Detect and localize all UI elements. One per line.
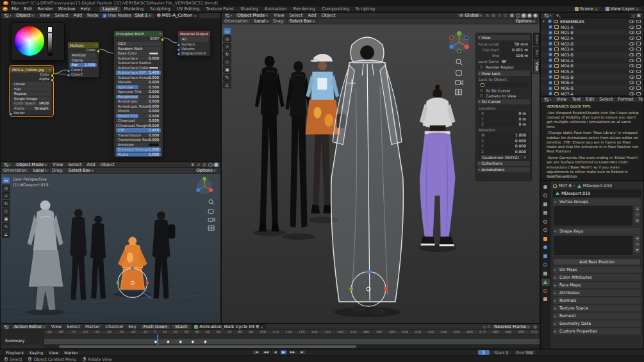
move-tool-icon[interactable]: + [223, 43, 231, 50]
secondary-viewport-canvas[interactable]: ▭◎+↻◇▣✎∠ User Perspective (1) MDexport.0… [1, 174, 220, 323]
hide-eye-icon[interactable] [629, 37, 634, 40]
timeline-area[interactable]: -90-80-70-60-50-40-30-20-100102030405060… [44, 330, 540, 349]
scene-selector[interactable]: Scene× [572, 6, 600, 12]
texture-properties-tab[interactable] [541, 296, 550, 303]
start-frame-field[interactable]: Start1 [491, 350, 511, 355]
panel-uv-maps[interactable]: ▸UV Maps [553, 267, 641, 273]
viewport-display-icon[interactable] [636, 37, 641, 40]
viewport-display-icon[interactable] [636, 86, 641, 90]
viewport-menu-object[interactable]: Object [98, 162, 117, 168]
viewport-display-icon[interactable] [636, 47, 641, 51]
text-menu-text[interactable]: Text [569, 97, 583, 103]
scene-properties-tab[interactable] [541, 218, 550, 225]
image-node-prop-color-space[interactable]: Color SpacesRGB [12, 101, 51, 106]
shader-menu-add[interactable]: Add [71, 13, 85, 19]
bsdf-emission[interactable]: Emission [116, 143, 161, 147]
bsdf-emission-strength[interactable]: Emission Strength1.000 [116, 147, 161, 152]
outliner-item-m03-b[interactable]: ✓M03-B [541, 52, 643, 58]
selectable-checkbox-icon[interactable]: ✓ [549, 42, 552, 45]
viewport-menu-select[interactable]: Select [287, 13, 306, 19]
transform-tool-icon[interactable]: ▣ [223, 66, 231, 73]
shader-menu-view[interactable]: View [37, 13, 53, 19]
output-node-header[interactable]: Material Output▾ [178, 31, 210, 37]
selectable-checkbox-icon[interactable]: ✓ [549, 75, 552, 79]
output-socket-color[interactable]: Color [68, 48, 99, 53]
viewport-display-icon[interactable] [636, 31, 641, 35]
panel-view-lock[interactable]: ▾View Lock [477, 70, 530, 76]
selectable-checkbox-icon[interactable]: ✓ [549, 58, 552, 62]
viewport-display-icon[interactable] [636, 42, 641, 45]
subsurface-color-swatch[interactable] [149, 67, 159, 70]
workspace-tab-sculpting[interactable]: Sculpting [147, 6, 174, 12]
output-properties-tab[interactable] [541, 201, 550, 208]
hide-eye-icon[interactable] [629, 31, 634, 34]
add-item-button[interactable]: + [634, 236, 640, 241]
bsdf-node-header[interactable]: Principled BSDF▾ [114, 31, 163, 37]
outliner-item-m03-a[interactable]: ✓M03-A [541, 46, 643, 52]
editor-type-button[interactable]: ▾ [543, 97, 552, 102]
transport-button-item[interactable]: |◀ [252, 350, 260, 355]
editor-type-button[interactable]: ▾ [3, 13, 12, 18]
snap-magnet-icon[interactable]: ∩ [485, 13, 490, 18]
color-value-slider[interactable] [47, 26, 53, 56]
cursor-rotation-x[interactable]: X0.000 [479, 138, 528, 144]
editor-type-button[interactable]: ▾ [543, 13, 552, 18]
panel-remesh[interactable]: ▸Remesh [553, 313, 641, 319]
viewport-menu-view[interactable]: View [50, 162, 65, 168]
rendered-shading-icon[interactable] [533, 13, 538, 18]
material-output-node[interactable]: Material Output▾ All SurfaceVolumeDispla… [178, 30, 211, 56]
outliner-collection-ensembles[interactable]: ▾ ✓ ENSEMBLES [541, 19, 643, 24]
viewport-display-icon[interactable] [636, 20, 641, 24]
cursor-location-z[interactable]: Z0 m [479, 122, 528, 127]
panel-face-maps[interactable]: ▸Face Maps [553, 282, 641, 288]
shader-menu-node[interactable]: Node [85, 13, 101, 19]
workspace-tab-uv-editing[interactable]: UV Editing [174, 6, 202, 12]
viewport-display-icon[interactable] [636, 70, 641, 74]
remove-item-button[interactable]: − [634, 212, 640, 217]
panel-view[interactable]: ▾View [477, 35, 530, 41]
outliner-item-m06-b[interactable]: ✓M06-B [541, 85, 643, 91]
selectable-checkbox-icon[interactable]: ✓ [549, 92, 552, 95]
transport-button-item[interactable]: ▶▶ [288, 350, 297, 355]
material-slot-dropdown[interactable]: Slot 1▾ [133, 13, 153, 18]
viewport-display-icon[interactable] [636, 25, 641, 29]
bsdf-enum-field-random-walk[interactable]: Random Walk [116, 47, 161, 51]
cursor-rotation-z[interactable]: Z0.000 [479, 149, 528, 154]
bsdf-metallic[interactable]: Metallic0.000 [116, 80, 161, 85]
timeline-scrollbar[interactable] [59, 345, 356, 348]
rotate-tool-icon[interactable]: ↻ [2, 200, 10, 207]
end-frame-field[interactable]: End500 [513, 350, 536, 355]
add-rest-position-button[interactable]: Add Rest Position [553, 258, 641, 265]
constraints-properties-tab[interactable] [541, 270, 550, 277]
keyframe-diamond[interactable]: ◆ [167, 339, 170, 344]
bsdf-output-socket[interactable]: BSDF [114, 37, 163, 41]
editor-type-button[interactable] [3, 325, 10, 329]
mode-dropdown[interactable]: Object Mode▾ [235, 13, 270, 18]
workspace-tab-animation[interactable]: Animation [261, 6, 290, 12]
sidebar-tab-tool[interactable]: Tool [533, 47, 540, 59]
text-menu-select[interactable]: Select [597, 97, 615, 103]
input-socket-surface[interactable]: Surface [178, 42, 210, 47]
cursor-rotation-y[interactable]: Y0.000 [479, 144, 528, 149]
list-box[interactable] [554, 236, 632, 255]
render-properties-tab[interactable] [541, 192, 550, 199]
hide-eye-icon[interactable] [629, 64, 634, 67]
filter-icon[interactable]: ▽ [632, 13, 635, 18]
data-name-field[interactable]: MDexport.019 [553, 190, 641, 197]
panel-geometry-data[interactable]: ▸Geometry Data [553, 320, 641, 327]
principled-bsdf-node[interactable]: Principled BSDF▾ BSDF GGXRandom Walk Bas… [113, 30, 163, 158]
viewport-display-icon[interactable] [636, 81, 641, 85]
overlays-toggle-icon[interactable]: ○ [503, 13, 508, 18]
proportional-edit-icon[interactable]: ◎ [202, 162, 207, 167]
text-menu-format[interactable]: Format [615, 97, 636, 103]
wireframe-shading-icon[interactable] [516, 13, 520, 18]
text-editor-content[interactable]: VERYBASICS QUICK TIPS:-Use Viewport Enab… [541, 103, 643, 180]
viewport-display-icon[interactable] [636, 53, 641, 57]
mix-color-node[interactable]: Multiply▾ Color MultiplyClamp Fac1.000 C… [67, 42, 99, 78]
material-id-field[interactable]: M05-A_Cotton× [154, 13, 200, 18]
transform-orientation-dropdown[interactable]: ⊕Global▾ [456, 13, 484, 18]
selectable-checkbox-icon[interactable]: ✓ [549, 36, 552, 40]
outliner-item-m02-a[interactable]: ✓M02-A [541, 35, 643, 41]
outliner-item-m07-a[interactable]: ✓M07-A [541, 91, 643, 95]
color-wheel-cursor[interactable] [31, 38, 33, 41]
